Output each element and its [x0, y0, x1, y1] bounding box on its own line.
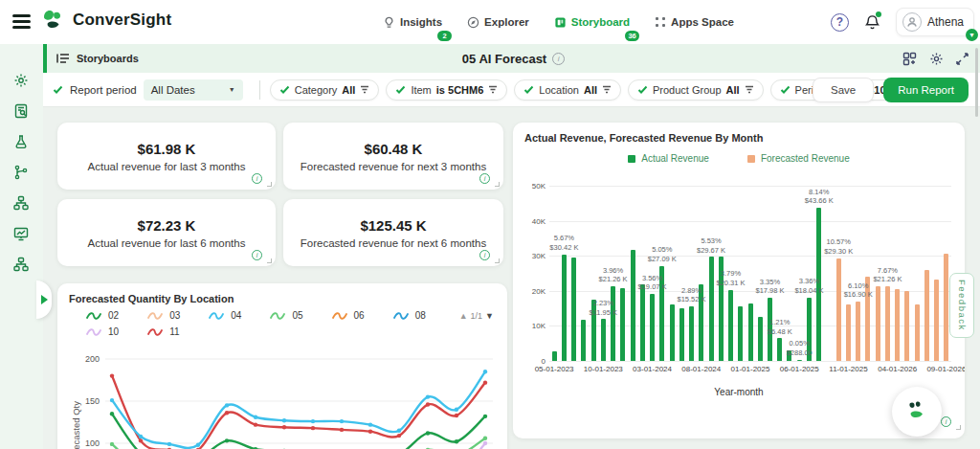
forecast-revenue-bar[interactable]	[904, 291, 909, 361]
nav-item-explorer[interactable]: Explorer	[467, 16, 529, 29]
forecast-revenue-bar[interactable]	[846, 304, 851, 361]
user-menu[interactable]: Athena ▼	[896, 8, 974, 36]
actual-revenue-bar[interactable]	[640, 284, 645, 361]
forecast-revenue-bar[interactable]	[865, 277, 870, 361]
forecast-revenue-bar[interactable]	[885, 286, 890, 361]
sidebar-report-search-icon[interactable]	[13, 103, 29, 119]
actual-revenue-bar[interactable]	[591, 300, 596, 361]
save-button[interactable]: Save	[813, 78, 874, 102]
actual-revenue-bar[interactable]	[768, 298, 772, 361]
forecast-revenue-bar[interactable]	[895, 289, 900, 361]
data-point[interactable]	[455, 414, 458, 417]
kpi-card-forecast-3m[interactable]: $60.48 K Forecasted revenue for next 3 m…	[283, 123, 503, 190]
data-point[interactable]	[139, 438, 143, 442]
actual-revenue-bar[interactable]	[562, 255, 567, 361]
data-point[interactable]	[397, 434, 401, 438]
actual-revenue-bar[interactable]	[679, 308, 684, 361]
filter-pill-location[interactable]: LocationAll	[514, 79, 621, 101]
data-point[interactable]	[483, 437, 487, 440]
data-point[interactable]	[340, 428, 344, 432]
actual-revenue-bar[interactable]	[689, 306, 694, 361]
forecast-revenue-bar[interactable]	[944, 254, 948, 361]
data-point[interactable]	[225, 411, 229, 415]
data-point[interactable]	[368, 429, 372, 433]
sidebar-hierarchy-icon[interactable]	[13, 195, 29, 211]
forecast-revenue-bar[interactable]	[924, 270, 929, 361]
info-icon[interactable]: i	[479, 173, 490, 184]
data-point[interactable]	[311, 419, 315, 423]
nav-item-insights[interactable]: Insights 2	[383, 16, 442, 29]
actual-revenue-bar[interactable]	[728, 290, 733, 361]
title-info-icon[interactable]: i	[552, 53, 565, 65]
resize-handle[interactable]	[495, 258, 500, 263]
actual-revenue-bar[interactable]	[659, 266, 664, 361]
actual-revenue-bar[interactable]	[777, 338, 782, 361]
legend-item[interactable]: Actual Revenue	[628, 153, 709, 164]
data-point[interactable]	[426, 402, 430, 406]
resize-handle[interactable]	[267, 182, 272, 187]
actual-revenue-bar[interactable]	[650, 294, 655, 361]
data-point[interactable]	[225, 403, 229, 407]
data-point[interactable]	[110, 442, 114, 446]
data-point[interactable]	[483, 441, 487, 445]
fullscreen-icon[interactable]	[956, 53, 969, 65]
data-point[interactable]	[254, 415, 257, 419]
legend-item-11[interactable]: 11	[147, 326, 179, 337]
scrollbar-thumb[interactable]	[975, 48, 978, 117]
resize-handle[interactable]	[956, 425, 961, 430]
kpi-card-forecast-6m[interactable]: $125.45 K Forecasted revenue for next 6 …	[283, 199, 503, 266]
resize-handle[interactable]	[495, 182, 500, 187]
legend-item-04[interactable]: 04	[209, 310, 241, 321]
data-point[interactable]	[483, 370, 487, 373]
kpi-card-actual-3m[interactable]: $61.98 K Actual revenue for last 3 month…	[57, 123, 276, 190]
legend-item-10[interactable]: 10	[86, 326, 119, 337]
data-point[interactable]	[311, 426, 315, 430]
actual-revenue-bar[interactable]	[552, 351, 557, 361]
page-up-icon[interactable]: ▲	[459, 311, 468, 321]
actual-revenue-bar[interactable]	[571, 258, 576, 361]
data-point[interactable]	[110, 412, 114, 415]
run-report-button[interactable]: Run Report	[883, 78, 969, 102]
report-period-select[interactable]: All Dates ▼	[144, 79, 243, 101]
data-point[interactable]	[340, 419, 344, 423]
data-point[interactable]	[110, 398, 114, 402]
filter-pill-product-group[interactable]: Product GroupAll	[628, 79, 764, 101]
actual-revenue-bar[interactable]	[611, 286, 615, 361]
filter-pill-item[interactable]: Itemis 5CHM6	[386, 79, 507, 101]
forecast-revenue-bar[interactable]	[915, 304, 920, 361]
data-point[interactable]	[368, 422, 372, 426]
forecast-revenue-bar[interactable]	[876, 286, 880, 361]
actual-revenue-bar[interactable]	[797, 360, 802, 361]
storyboards-breadcrumb[interactable]: Storyboards	[56, 53, 139, 64]
feedback-tab[interactable]: Feedback	[949, 273, 974, 338]
actual-revenue-bar[interactable]	[601, 319, 606, 361]
data-point[interactable]	[282, 418, 286, 422]
actual-revenue-bar[interactable]	[670, 304, 675, 361]
actual-revenue-bar[interactable]	[748, 303, 753, 361]
data-point[interactable]	[455, 408, 458, 412]
data-point[interactable]	[254, 422, 257, 426]
legend-item-06[interactable]: 06	[332, 310, 365, 321]
data-point[interactable]	[167, 442, 171, 446]
forecast-revenue-bar[interactable]	[856, 302, 860, 361]
actual-revenue-bar[interactable]	[816, 208, 821, 361]
data-point[interactable]	[455, 439, 458, 443]
kpi-card-actual-6m[interactable]: $72.23 K Actual revenue for last 6 month…	[57, 199, 276, 266]
data-point[interactable]	[225, 438, 229, 442]
data-point[interactable]	[196, 443, 200, 447]
data-point[interactable]	[426, 394, 430, 398]
settings-gear-icon[interactable]	[929, 52, 944, 66]
data-point[interactable]	[397, 429, 401, 433]
data-point[interactable]	[483, 380, 487, 384]
data-point[interactable]	[483, 415, 487, 418]
brand[interactable]: ConverSight	[40, 8, 171, 33]
data-point[interactable]	[426, 431, 430, 435]
sidebar-org-chart-icon[interactable]	[13, 257, 29, 272]
data-point[interactable]	[139, 435, 143, 438]
legend-item[interactable]: Forecasted Revenue	[747, 153, 850, 164]
add-widget-icon[interactable]	[902, 52, 917, 66]
nav-item-apps-space[interactable]: Apps Space	[655, 16, 734, 28]
actual-revenue-bar[interactable]	[807, 298, 812, 361]
help-icon[interactable]: ?	[831, 13, 849, 32]
actual-revenue-bar[interactable]	[719, 257, 724, 361]
